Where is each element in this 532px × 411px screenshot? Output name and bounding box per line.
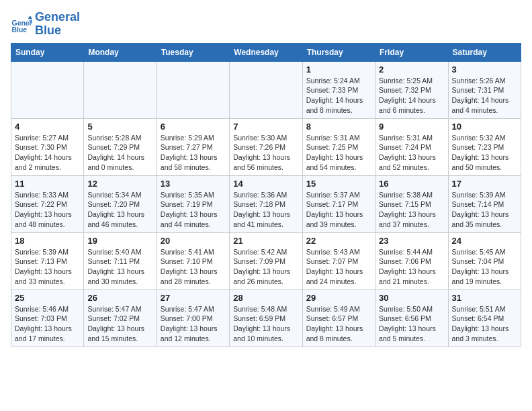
day-number: 28 [233, 293, 298, 303]
day-number: 12 [87, 179, 152, 189]
day-number: 6 [161, 122, 226, 132]
weekday-header-thursday: Thursday [302, 43, 375, 61]
calendar-cell: 2Sunrise: 5:25 AM Sunset: 7:32 PM Daylig… [375, 61, 448, 118]
day-info: Sunrise: 5:39 AM Sunset: 7:13 PM Dayligh… [15, 247, 80, 287]
calendar-cell: 20Sunrise: 5:41 AM Sunset: 7:10 PM Dayli… [157, 232, 229, 289]
day-number: 4 [15, 122, 80, 132]
calendar-cell: 6Sunrise: 5:29 AM Sunset: 7:27 PM Daylig… [157, 118, 229, 175]
calendar-cell: 8Sunrise: 5:31 AM Sunset: 7:25 PM Daylig… [302, 118, 375, 175]
day-number: 15 [306, 179, 371, 189]
calendar-cell: 11Sunrise: 5:33 AM Sunset: 7:22 PM Dayli… [11, 175, 84, 232]
weekday-header-monday: Monday [84, 43, 157, 61]
calendar-cell: 14Sunrise: 5:36 AM Sunset: 7:18 PM Dayli… [230, 175, 302, 232]
day-number: 26 [87, 293, 152, 303]
logo-text: GeneralBlue [35, 11, 80, 38]
calendar-week-5: 25Sunrise: 5:46 AM Sunset: 7:03 PM Dayli… [11, 289, 521, 347]
calendar-cell: 21Sunrise: 5:42 AM Sunset: 7:09 PM Dayli… [230, 232, 302, 289]
calendar-cell: 10Sunrise: 5:32 AM Sunset: 7:23 PM Dayli… [448, 118, 521, 175]
weekday-header-wednesday: Wednesday [230, 43, 302, 61]
day-info: Sunrise: 5:51 AM Sunset: 6:54 PM Dayligh… [452, 304, 517, 344]
day-info: Sunrise: 5:30 AM Sunset: 7:26 PM Dayligh… [233, 133, 298, 173]
day-info: Sunrise: 5:37 AM Sunset: 7:17 PM Dayligh… [306, 190, 371, 230]
weekday-header-tuesday: Tuesday [157, 43, 229, 61]
calendar-cell: 3Sunrise: 5:26 AM Sunset: 7:31 PM Daylig… [448, 61, 521, 118]
day-number: 11 [15, 179, 80, 189]
calendar-cell: 27Sunrise: 5:47 AM Sunset: 7:00 PM Dayli… [157, 289, 229, 347]
day-info: Sunrise: 5:36 AM Sunset: 7:18 PM Dayligh… [233, 190, 298, 230]
calendar-cell: 26Sunrise: 5:47 AM Sunset: 7:02 PM Dayli… [84, 289, 157, 347]
calendar-cell: 12Sunrise: 5:34 AM Sunset: 7:20 PM Dayli… [84, 175, 157, 232]
calendar-week-1: 1Sunrise: 5:24 AM Sunset: 7:33 PM Daylig… [11, 61, 521, 118]
calendar-cell [230, 61, 302, 118]
calendar-cell: 16Sunrise: 5:38 AM Sunset: 7:15 PM Dayli… [375, 175, 448, 232]
calendar-cell: 13Sunrise: 5:35 AM Sunset: 7:19 PM Dayli… [157, 175, 229, 232]
day-number: 19 [87, 236, 152, 246]
day-number: 9 [379, 122, 444, 132]
day-info: Sunrise: 5:49 AM Sunset: 6:57 PM Dayligh… [306, 304, 371, 344]
day-info: Sunrise: 5:45 AM Sunset: 7:04 PM Dayligh… [452, 247, 517, 287]
weekday-header-saturday: Saturday [448, 43, 521, 61]
calendar-cell: 4Sunrise: 5:27 AM Sunset: 7:30 PM Daylig… [11, 118, 84, 175]
calendar-cell: 18Sunrise: 5:39 AM Sunset: 7:13 PM Dayli… [11, 232, 84, 289]
weekday-header-sunday: Sunday [11, 43, 84, 61]
day-number: 13 [161, 179, 226, 189]
day-info: Sunrise: 5:35 AM Sunset: 7:19 PM Dayligh… [161, 190, 226, 230]
calendar-cell: 9Sunrise: 5:31 AM Sunset: 7:24 PM Daylig… [375, 118, 448, 175]
day-info: Sunrise: 5:38 AM Sunset: 7:15 PM Dayligh… [379, 190, 444, 230]
day-info: Sunrise: 5:41 AM Sunset: 7:10 PM Dayligh… [161, 247, 226, 287]
calendar-cell: 19Sunrise: 5:40 AM Sunset: 7:11 PM Dayli… [84, 232, 157, 289]
day-info: Sunrise: 5:44 AM Sunset: 7:06 PM Dayligh… [379, 247, 444, 287]
weekday-header-friday: Friday [375, 43, 448, 61]
calendar-cell: 15Sunrise: 5:37 AM Sunset: 7:17 PM Dayli… [302, 175, 375, 232]
calendar-cell: 28Sunrise: 5:48 AM Sunset: 6:59 PM Dayli… [230, 289, 302, 347]
day-number: 30 [379, 293, 444, 303]
day-number: 18 [15, 236, 80, 246]
day-info: Sunrise: 5:48 AM Sunset: 6:59 PM Dayligh… [233, 304, 298, 344]
day-number: 10 [452, 122, 517, 132]
calendar-cell: 24Sunrise: 5:45 AM Sunset: 7:04 PM Dayli… [448, 232, 521, 289]
day-info: Sunrise: 5:42 AM Sunset: 7:09 PM Dayligh… [233, 247, 298, 287]
day-number: 2 [379, 64, 444, 75]
calendar-cell: 22Sunrise: 5:43 AM Sunset: 7:07 PM Dayli… [302, 232, 375, 289]
day-number: 14 [233, 179, 298, 189]
calendar-header-row: SundayMondayTuesdayWednesdayThursdayFrid… [11, 43, 521, 61]
svg-text:Blue: Blue [12, 26, 28, 34]
day-info: Sunrise: 5:46 AM Sunset: 7:03 PM Dayligh… [15, 304, 80, 344]
day-number: 22 [306, 236, 371, 246]
logo: General Blue GeneralBlue [11, 11, 80, 38]
day-number: 5 [87, 122, 152, 132]
calendar-week-3: 11Sunrise: 5:33 AM Sunset: 7:22 PM Dayli… [11, 175, 521, 232]
calendar-cell: 1Sunrise: 5:24 AM Sunset: 7:33 PM Daylig… [302, 61, 375, 118]
day-number: 31 [452, 293, 517, 303]
day-number: 23 [379, 236, 444, 246]
day-number: 8 [306, 122, 371, 132]
logo-icon: General Blue [11, 13, 32, 35]
calendar-week-2: 4Sunrise: 5:27 AM Sunset: 7:30 PM Daylig… [11, 118, 521, 175]
day-number: 29 [306, 293, 371, 303]
page-header: General Blue GeneralBlue [11, 11, 521, 38]
calendar-cell: 5Sunrise: 5:28 AM Sunset: 7:29 PM Daylig… [84, 118, 157, 175]
day-info: Sunrise: 5:34 AM Sunset: 7:20 PM Dayligh… [87, 190, 152, 230]
day-info: Sunrise: 5:43 AM Sunset: 7:07 PM Dayligh… [306, 247, 371, 287]
day-number: 27 [161, 293, 226, 303]
calendar-table: SundayMondayTuesdayWednesdayThursdayFrid… [11, 43, 521, 347]
calendar-week-4: 18Sunrise: 5:39 AM Sunset: 7:13 PM Dayli… [11, 232, 521, 289]
day-info: Sunrise: 5:28 AM Sunset: 7:29 PM Dayligh… [87, 133, 152, 173]
svg-text:General: General [12, 19, 32, 26]
svg-marker-2 [28, 15, 32, 19]
day-info: Sunrise: 5:32 AM Sunset: 7:23 PM Dayligh… [452, 133, 517, 173]
day-info: Sunrise: 5:47 AM Sunset: 7:00 PM Dayligh… [161, 304, 226, 344]
day-info: Sunrise: 5:40 AM Sunset: 7:11 PM Dayligh… [87, 247, 152, 287]
day-info: Sunrise: 5:26 AM Sunset: 7:31 PM Dayligh… [452, 76, 517, 116]
day-info: Sunrise: 5:24 AM Sunset: 7:33 PM Dayligh… [306, 76, 371, 116]
calendar-cell: 7Sunrise: 5:30 AM Sunset: 7:26 PM Daylig… [230, 118, 302, 175]
day-info: Sunrise: 5:31 AM Sunset: 7:25 PM Dayligh… [306, 133, 371, 173]
calendar-cell [11, 61, 84, 118]
calendar-cell: 23Sunrise: 5:44 AM Sunset: 7:06 PM Dayli… [375, 232, 448, 289]
day-info: Sunrise: 5:25 AM Sunset: 7:32 PM Dayligh… [379, 76, 444, 116]
day-info: Sunrise: 5:31 AM Sunset: 7:24 PM Dayligh… [379, 133, 444, 173]
day-number: 16 [379, 179, 444, 189]
calendar-cell: 25Sunrise: 5:46 AM Sunset: 7:03 PM Dayli… [11, 289, 84, 347]
calendar-cell: 31Sunrise: 5:51 AM Sunset: 6:54 PM Dayli… [448, 289, 521, 347]
day-info: Sunrise: 5:50 AM Sunset: 6:56 PM Dayligh… [379, 304, 444, 344]
